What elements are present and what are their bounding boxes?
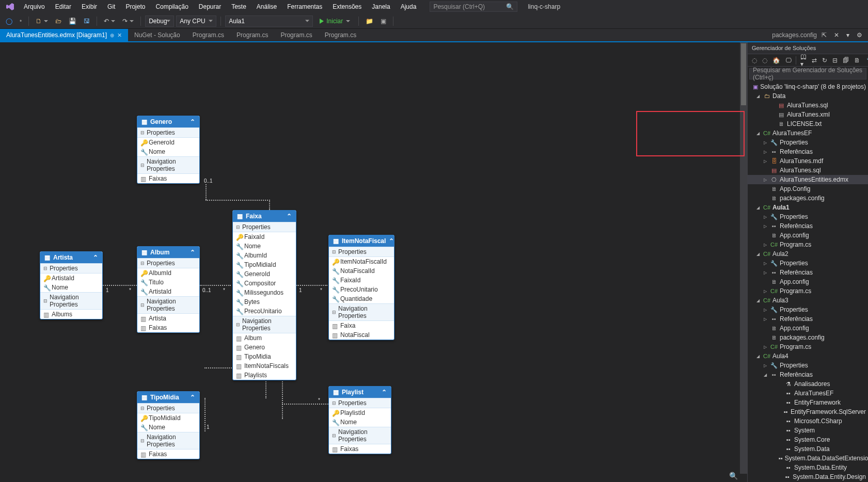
ref-systemcore[interactable]: ▪▪System.Core <box>748 435 868 444</box>
chevron-up-icon[interactable]: ⌃ <box>93 254 98 261</box>
nav-faixas[interactable]: ▥Faixas <box>137 323 199 332</box>
menu-analise[interactable]: Análise <box>251 1 282 12</box>
sol-properties-button[interactable]: 🗎 <box>852 56 862 65</box>
project-aula2[interactable]: C#Aula2 <box>748 249 868 259</box>
vertical-scrollbar[interactable] <box>740 42 747 474</box>
ef-packages[interactable]: 🗎packages.config <box>748 194 868 203</box>
sol-home-button[interactable]: 🏠 <box>770 56 782 65</box>
sol-pending-button[interactable]: 🕮▾ <box>798 52 809 69</box>
chevron-up-icon[interactable]: ⌃ <box>287 213 292 220</box>
entity-tipomidia[interactable]: ▦TipoMidia⌃ ⊟Properties 🔑TipoMidiaId 🔧No… <box>137 391 200 459</box>
chevron-up-icon[interactable]: ⌃ <box>190 118 195 125</box>
global-search-input[interactable]: Pesquisar (Ctrl+Q) 🔍 <box>430 2 517 12</box>
solution-tree[interactable]: ▣Solução 'linq-c-sharp' (8 de 8 projetos… <box>748 81 868 482</box>
ref-ef-sqlserver[interactable]: ▪▪EntityFramework.SqlServer <box>748 407 868 416</box>
tab-program-2[interactable]: Program.cs <box>230 29 274 41</box>
project-aluratunesef[interactable]: C#AluraTunesEF <box>748 128 868 138</box>
file-aluratunes-sql[interactable]: ▤AluraTunes.sql <box>748 101 868 110</box>
menu-ferramentas[interactable]: Ferramentas <box>282 1 327 12</box>
file-license[interactable]: 🗎LICENSE.txt <box>748 119 868 128</box>
menu-exibir[interactable]: Exibir <box>76 1 102 12</box>
prop-nome[interactable]: 🔧Nome <box>137 147 199 156</box>
menu-ajuda[interactable]: Ajuda <box>396 1 422 12</box>
menu-editar[interactable]: Editar <box>50 1 76 12</box>
sol-switch-view-button[interactable]: 🖵 <box>783 56 794 65</box>
folder-data[interactable]: 🗀Data <box>748 91 868 101</box>
startup-project-select[interactable]: Aula1 <box>225 15 313 27</box>
entity-itemnotafiscal[interactable]: ▦ItemNotaFiscal⌃ ⊟Properties 🔑ItemNotaFi… <box>328 235 394 340</box>
aula2-program[interactable]: C#Program.cs <box>748 286 868 296</box>
aula4-properties[interactable]: 🔧Properties <box>748 361 868 370</box>
menu-depurar[interactable]: Depurar <box>194 1 226 12</box>
nav-albums[interactable]: ▥Albums <box>40 310 102 319</box>
tab-program-4[interactable]: Program.cs <box>319 29 362 41</box>
project-aula3[interactable]: C#Aula3 <box>748 296 868 305</box>
menu-compilacao[interactable]: Compilação <box>150 1 193 12</box>
entity-faixa[interactable]: ▦Faixa⌃ ⊟Properties 🔑FaixaId 🔧Nome 🔧Albu… <box>232 210 296 380</box>
prop-albumid[interactable]: 🔑AlbumId <box>137 268 199 278</box>
sol-show-all-button[interactable]: 🗐 <box>841 56 851 65</box>
tab-dropdown-icon[interactable]: ▾ <box>844 30 852 40</box>
chevron-up-icon[interactable]: ⌃ <box>382 389 387 396</box>
pin-icon[interactable]: ⊕ <box>110 33 114 38</box>
entity-playlist[interactable]: ▦Playlist⌃ ⊟Properties 🔑PlaylistId 🔧Nome… <box>328 386 391 454</box>
new-project-button[interactable]: 🗋 <box>33 16 51 26</box>
zoom-icon[interactable]: 🔍 <box>729 472 738 480</box>
ef-appconfig[interactable]: 🗎App.Config <box>748 184 868 194</box>
menu-teste[interactable]: Teste <box>226 1 251 12</box>
tab-program-1[interactable]: Program.cs <box>186 29 230 41</box>
aula3-properties[interactable]: 🔧Properties <box>748 305 868 314</box>
nav-faixas[interactable]: ▥Faixas <box>137 174 199 183</box>
config-select[interactable]: Debug <box>145 15 174 27</box>
close-icon[interactable]: ✕ <box>117 32 122 39</box>
aula1-references[interactable]: ▪▪Referências <box>748 221 868 231</box>
sol-sync-button[interactable]: ⇄ <box>810 56 819 65</box>
start-debug-button[interactable]: Iniciar <box>315 16 354 26</box>
prop-titulo[interactable]: 🔧Titulo <box>137 278 199 287</box>
aula3-packages[interactable]: 🗎packages.config <box>748 333 868 342</box>
solution-node[interactable]: ▣Solução 'linq-c-sharp' (8 de 8 projetos… <box>748 82 868 91</box>
project-aula1[interactable]: C#Aula1 <box>748 203 868 212</box>
menu-git[interactable]: Git <box>102 1 120 12</box>
ref-analisadores[interactable]: ⚗Analisadores <box>748 379 868 389</box>
chevron-up-icon[interactable]: ⌃ <box>190 394 195 401</box>
ref-systemdata-entity[interactable]: ▪▪System.Data.Entity <box>748 463 868 472</box>
prop-artistaid[interactable]: 🔧ArtistaId <box>137 287 199 296</box>
aula3-appconfig[interactable]: 🗎App.config <box>748 324 868 333</box>
ref-systemdata[interactable]: ▪▪System.Data <box>748 444 868 454</box>
sol-fwd-button[interactable]: ◌ <box>760 56 769 65</box>
save-all-button[interactable]: 🖫 <box>81 16 92 26</box>
chevron-up-icon[interactable]: ⌃ <box>190 249 195 256</box>
aula4-references[interactable]: ▪▪Referências <box>748 370 868 379</box>
ef-properties[interactable]: 🔧Properties <box>748 138 868 147</box>
chevron-up-icon[interactable]: ⌃ <box>389 237 394 245</box>
tab-edmx-diagram[interactable]: AluraTunesEntities.edmx [Diagram1] ⊕ ✕ <box>0 29 128 41</box>
project-aula4[interactable]: C#Aula4 <box>748 351 868 361</box>
ref-system[interactable]: ▪▪System <box>748 426 868 435</box>
menu-arquivo[interactable]: Arquivo <box>19 1 50 12</box>
entity-genero[interactable]: ▦Genero⌃ ⊟Properties 🔑GeneroId 🔧Nome ⊟Na… <box>137 116 200 184</box>
nav-artista[interactable]: ▥Artista <box>137 314 199 323</box>
menu-janela[interactable]: Janela <box>367 1 395 12</box>
entity-album[interactable]: ▦Album⌃ ⊟Properties 🔑AlbumId 🔧Titulo 🔧Ar… <box>137 246 200 333</box>
aula3-references[interactable]: ▪▪Referências <box>748 314 868 324</box>
entity-artista[interactable]: ▦Artista⌃ ⊟Properties 🔑ArtistaId 🔧Nome ⊟… <box>40 251 103 319</box>
prop-artistaid[interactable]: 🔑ArtistaId <box>40 274 102 283</box>
toolbar-icon-1[interactable]: 📁 <box>363 16 376 26</box>
aula3-program[interactable]: C#Program.cs <box>748 342 868 351</box>
tab-settings-icon[interactable]: ⚙ <box>854 30 865 40</box>
ref-systemdata-entitydesign[interactable]: ▪▪System.Data.Entity.Design <box>748 472 868 481</box>
aula1-appconfig[interactable]: 🗎App.config <box>748 231 868 240</box>
tab-close-all-icon[interactable]: ✕ <box>831 30 842 40</box>
menu-extensoes[interactable]: Extensões <box>327 1 367 12</box>
ef-references[interactable]: ▪▪Referências <box>748 147 868 156</box>
menu-projeto[interactable]: Projeto <box>120 1 150 12</box>
aula2-references[interactable]: ▪▪Referências <box>748 268 868 277</box>
prop-generoid[interactable]: 🔑GeneroId <box>137 138 199 147</box>
prop-nome[interactable]: 🔧Nome <box>40 283 102 292</box>
sol-collapse-button[interactable]: ⊟ <box>830 56 840 65</box>
tab-packages-config[interactable]: packages.config <box>772 31 817 39</box>
sol-wrench-button[interactable]: 🔧 <box>864 56 868 65</box>
ref-aluratunesef[interactable]: ▪▪AluraTunesEF <box>748 389 868 398</box>
sol-refresh-button[interactable]: ↻ <box>820 56 829 65</box>
